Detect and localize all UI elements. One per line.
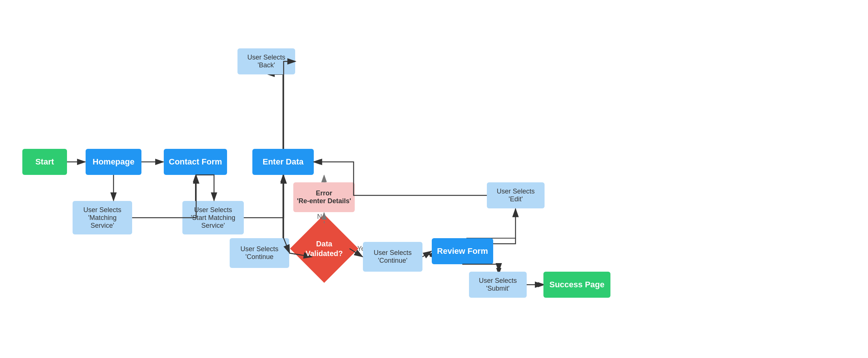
- enter-data-node: Enter Data: [252, 149, 314, 175]
- error-node: Error 'Re-enter Details': [293, 182, 355, 212]
- user-selects-back-node: User Selects 'Back': [237, 48, 295, 74]
- svg-line-40: [422, 251, 431, 257]
- start-node: Start: [22, 149, 67, 175]
- diagram-container: Start Homepage User Selects 'Matching Se…: [0, 0, 868, 358]
- data-validated-diamond: Data Validated?: [299, 223, 350, 274]
- user-selects-continue-node: User Selects 'Continue: [230, 238, 289, 268]
- user-selects-edit-node: User Selects 'Edit': [487, 182, 545, 208]
- success-page-node: Success Page: [543, 272, 610, 298]
- flow-arrows: [0, 0, 868, 358]
- user-selects-continue2-node: User Selects 'Continue': [363, 242, 422, 272]
- user-selects-matching-node: User Selects 'Matching Service': [73, 201, 132, 234]
- homepage-node: Homepage: [86, 149, 141, 175]
- user-selects-start-matching-node: User Selects 'Start Matching Service': [182, 201, 244, 234]
- user-selects-submit-node: User Selects 'Submit': [469, 272, 527, 298]
- review-form-node: Review Form: [432, 238, 493, 264]
- no-label: No: [317, 213, 326, 221]
- arrows-svg: [0, 0, 868, 358]
- contact-form-node: Contact Form: [164, 149, 227, 175]
